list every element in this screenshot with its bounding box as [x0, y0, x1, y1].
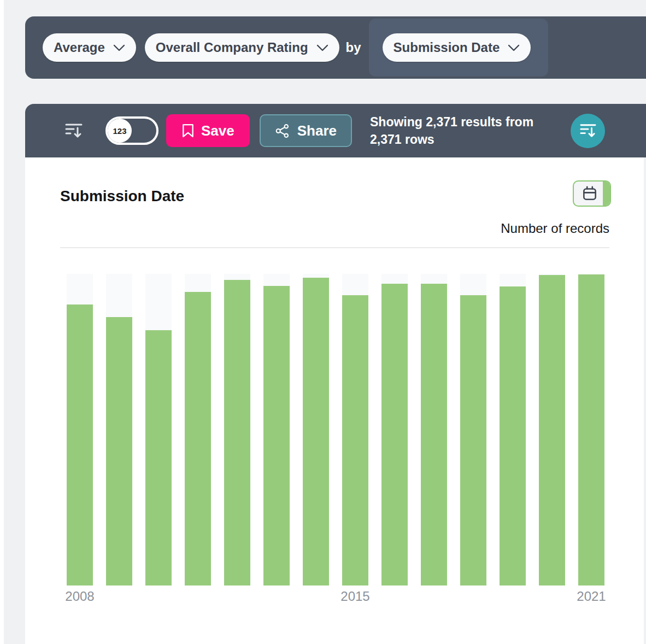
calendar-icon: [581, 185, 598, 202]
bar-column-2009[interactable]: [106, 274, 132, 586]
results-summary-line2: 2,371 rows: [370, 131, 533, 148]
date-display-toggle-button[interactable]: [573, 180, 611, 207]
app-root: Average Overall Company Rating by Submis…: [0, 0, 646, 644]
bar-column-2017[interactable]: [421, 274, 447, 586]
bar-column-2016[interactable]: [381, 274, 408, 586]
bar-2010[interactable]: [145, 330, 172, 586]
chevron-down-icon: [113, 44, 125, 51]
x-tick-2015: 2015: [340, 589, 369, 604]
bar-column-2012[interactable]: [224, 274, 250, 586]
bar-2021[interactable]: [578, 274, 604, 586]
group-by-highlight-box: Submission Date: [369, 19, 549, 77]
group-field-dropdown-label: Submission Date: [394, 40, 500, 55]
bar-2008[interactable]: [67, 305, 93, 586]
save-button-label: Save: [201, 122, 234, 139]
bar-column-2019[interactable]: [500, 274, 526, 586]
bookmark-icon: [181, 124, 195, 138]
chart-area: 200820152021: [25, 274, 644, 605]
query-bar: Average Overall Company Rating by Submis…: [25, 16, 646, 79]
x-axis-ticks: 200820152021: [25, 589, 644, 605]
results-summary-line1: Showing 2,371 results from: [370, 113, 533, 131]
bar-column-2015[interactable]: [342, 274, 368, 586]
sort-descending-icon[interactable]: [64, 122, 83, 139]
bar-2009[interactable]: [106, 317, 132, 586]
share-nodes-icon: [275, 124, 290, 138]
divider: [60, 247, 609, 248]
group-field-dropdown[interactable]: Submission Date: [383, 33, 531, 62]
chart-card: Submission Date Number of records: [25, 157, 644, 644]
aggregation-dropdown-label: Average: [54, 40, 105, 55]
x-tick-2021: 2021: [577, 589, 606, 604]
axis-label-row: Number of records: [25, 221, 644, 236]
bar-2013[interactable]: [263, 286, 290, 586]
bar-2014[interactable]: [303, 278, 329, 586]
field-dropdown[interactable]: Overall Company Rating: [145, 33, 339, 62]
bar-2020[interactable]: [539, 275, 565, 586]
results-summary: Showing 2,371 results from 2,371 rows: [370, 113, 533, 148]
bar-2018[interactable]: [460, 295, 486, 586]
toggle-knob: 123: [108, 119, 132, 143]
bar-chart: [67, 274, 644, 586]
bar-2011[interactable]: [185, 292, 211, 586]
bar-column-2020[interactable]: [539, 274, 565, 586]
bar-column-2013[interactable]: [263, 274, 290, 586]
chart-title: Submission Date: [60, 180, 184, 205]
action-toolbar: 123 Save Share Showing 2,371 results fro…: [25, 104, 646, 157]
bar-column-2018[interactable]: [460, 274, 486, 586]
by-label: by: [346, 40, 361, 55]
y-axis-label: Number of records: [501, 221, 609, 236]
bar-2016[interactable]: [381, 284, 408, 586]
sort-descending-action-button[interactable]: [571, 114, 605, 148]
chevron-down-icon: [316, 44, 328, 51]
aggregation-dropdown[interactable]: Average: [43, 33, 136, 62]
numeric-format-toggle[interactable]: 123: [105, 116, 158, 145]
bar-2012[interactable]: [224, 280, 250, 586]
share-button[interactable]: Share: [260, 114, 352, 147]
calendar-button-green-segment: [603, 182, 610, 206]
bar-column-2010[interactable]: [145, 274, 172, 586]
save-button[interactable]: Save: [166, 114, 250, 147]
chevron-down-icon: [508, 44, 520, 51]
bar-column-2021[interactable]: [578, 274, 604, 586]
bar-2015[interactable]: [342, 295, 368, 586]
field-dropdown-label: Overall Company Rating: [156, 40, 308, 55]
bar-column-2011[interactable]: [185, 274, 211, 586]
bar-column-2008[interactable]: [67, 274, 93, 586]
bar-2017[interactable]: [421, 284, 447, 586]
share-button-label: Share: [297, 122, 337, 139]
bar-column-2014[interactable]: [303, 274, 329, 586]
toggle-knob-label: 123: [113, 126, 126, 136]
sort-descending-icon: [579, 123, 597, 138]
chart-card-header: Submission Date: [60, 180, 611, 207]
x-tick-2008: 2008: [65, 589, 94, 604]
bar-2019[interactable]: [500, 286, 526, 586]
left-edge-sliver: [0, 0, 4, 644]
